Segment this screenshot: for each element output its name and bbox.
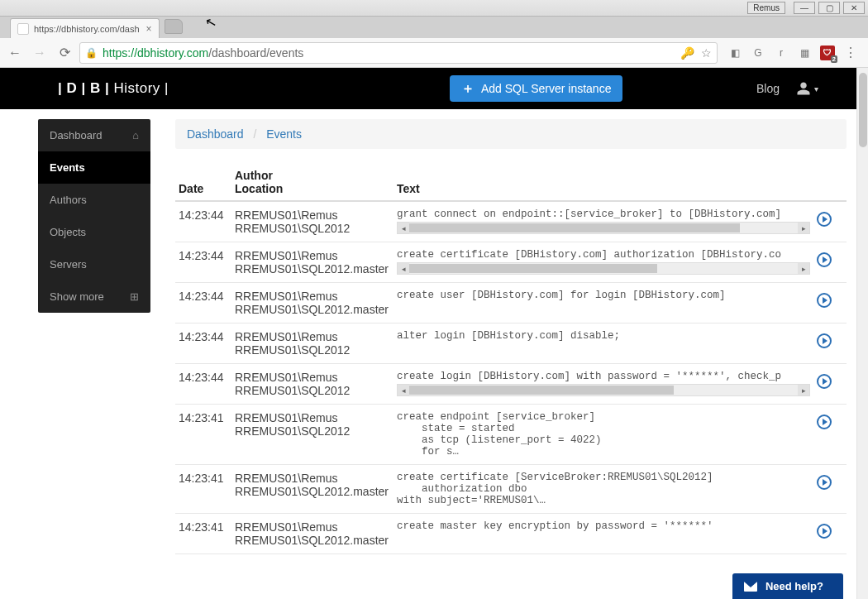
sidebar-item-servers[interactable]: Servers <box>38 248 150 280</box>
author-line: RREMUS01\Remus <box>235 330 390 343</box>
page-scrollbar-thumb[interactable] <box>859 73 867 147</box>
location-line: RREMUS01\SQL2012.master <box>235 262 390 276</box>
sidebar-item-dashboard[interactable]: Dashboard ⌂ <box>38 119 150 151</box>
scroll-right-arrow[interactable]: ▸ <box>798 263 809 274</box>
scroll-thumb[interactable] <box>409 223 740 232</box>
cell-author-location: RREMUS01\RemusRREMUS01\SQL2012.master <box>231 465 393 514</box>
sql-text: create login [DBHistory.com] with passwo… <box>397 371 810 382</box>
plus-square-icon: ⊞ <box>130 290 139 303</box>
cell-date: 14:23:44 <box>175 323 231 364</box>
play-button[interactable] <box>817 293 832 308</box>
sql-text: grant connect on endpoint::[service_brok… <box>397 208 810 220</box>
sidebar-item-authors[interactable]: Authors <box>38 184 150 216</box>
sidebar-item-label: Objects <box>50 226 86 238</box>
add-sql-instance-button[interactable]: ＋ Add SQL Server instance <box>450 75 622 102</box>
horizontal-scrollbar[interactable]: ◂▸ <box>397 262 810 275</box>
sidebar-item-label: Dashboard <box>50 129 103 141</box>
location-line: RREMUS01\SQL2012 <box>235 424 390 438</box>
location-line: RREMUS01\SQL2012 <box>235 343 390 357</box>
horizontal-scrollbar[interactable]: ◂▸ <box>397 384 810 396</box>
sidebar-item-objects[interactable]: Objects <box>38 216 150 248</box>
play-button[interactable] <box>817 374 832 389</box>
sidebar: Dashboard ⌂ Events Authors Objects Serve… <box>38 119 150 313</box>
scroll-left-arrow[interactable]: ◂ <box>398 385 409 395</box>
cell-date: 14:23:44 <box>175 242 231 283</box>
table-row: 14:23:41RREMUS01\RemusRREMUS01\SQL2012.m… <box>175 514 847 554</box>
col-header-actions <box>813 164 847 201</box>
extension-icon-box[interactable]: ▦ <box>797 46 812 60</box>
page-viewport: | D | B | History | ＋ Add SQL Server ins… <box>0 68 868 599</box>
window-minimize-button[interactable]: — <box>794 2 815 14</box>
browser-tabstrip: https://dbhistory.com/dash × ↖ <box>0 17 868 38</box>
user-icon <box>796 81 811 96</box>
chrome-menu-icon[interactable]: ⋮ <box>843 46 858 60</box>
breadcrumb-current-link[interactable]: Events <box>266 127 302 141</box>
play-button[interactable] <box>817 252 832 267</box>
extension-icon-1[interactable]: ◧ <box>727 46 742 60</box>
author-line: RREMUS01\Remus <box>235 371 390 384</box>
table-row: 14:23:44RREMUS01\RemusRREMUS01\SQL2012gr… <box>175 201 847 242</box>
cell-text: create endpoint [service_broker] state =… <box>393 405 813 465</box>
scroll-right-arrow[interactable]: ▸ <box>798 223 809 233</box>
brand-bold: | D | B | <box>58 80 109 96</box>
window-close-button[interactable]: ✕ <box>843 2 865 14</box>
window-user-label: Remus <box>747 2 785 14</box>
new-tab-button[interactable] <box>165 19 183 34</box>
cell-action <box>813 405 847 465</box>
cell-text: alter login [DBHistory.com] disable; <box>393 323 813 364</box>
site-permissions-icon[interactable]: 🔑 <box>680 46 694 60</box>
location-line: RREMUS01\SQL2012.master <box>235 534 390 547</box>
scroll-right-arrow[interactable]: ▸ <box>798 385 809 395</box>
col-header-date: Date <box>175 164 231 201</box>
scroll-thumb[interactable] <box>409 264 657 273</box>
forward-button[interactable]: → <box>30 43 50 63</box>
play-button[interactable] <box>817 475 832 490</box>
cell-text: grant connect on endpoint::[service_brok… <box>393 201 813 242</box>
play-button[interactable] <box>817 212 832 227</box>
play-button[interactable] <box>817 415 832 429</box>
extension-icon-r[interactable]: r <box>774 46 789 60</box>
browser-tab-active[interactable]: https://dbhistory.com/dash × <box>10 18 160 38</box>
sidebar-item-events[interactable]: Events <box>38 151 150 184</box>
sidebar-item-label: Servers <box>50 258 87 271</box>
brand-logo[interactable]: | D | B | History | <box>58 80 169 97</box>
play-button[interactable] <box>817 333 832 348</box>
sql-text: create certificate [DBHistory.com] autho… <box>397 249 810 261</box>
sql-text: alter login [DBHistory.com] disable; <box>397 330 810 342</box>
breadcrumb-root-link[interactable]: Dashboard <box>187 127 244 141</box>
need-help-widget[interactable]: Need help? <box>732 573 843 599</box>
need-help-label: Need help? <box>765 580 823 592</box>
sidebar-item-show-more[interactable]: Show more ⊞ <box>38 280 150 313</box>
cell-action <box>813 514 847 554</box>
table-row: 14:23:44RREMUS01\RemusRREMUS01\SQL2012.m… <box>175 283 847 323</box>
reload-button[interactable]: ⟳ <box>55 43 74 63</box>
scroll-left-arrow[interactable]: ◂ <box>398 223 409 233</box>
play-button[interactable] <box>817 524 832 539</box>
cell-action <box>813 364 847 405</box>
add-button-label: Add SQL Server instance <box>481 82 611 95</box>
back-button[interactable]: ← <box>5 43 25 63</box>
cell-date: 14:23:41 <box>175 405 231 465</box>
window-maximize-button[interactable]: ▢ <box>818 2 840 14</box>
table-row: 14:23:44RREMUS01\RemusRREMUS01\SQL2012al… <box>175 323 847 364</box>
cell-action <box>813 465 847 514</box>
blog-link[interactable]: Blog <box>756 82 780 95</box>
ublock-icon[interactable]: 🛡 <box>820 46 835 60</box>
scroll-left-arrow[interactable]: ◂ <box>398 263 409 274</box>
tab-close-icon[interactable]: × <box>140 23 152 35</box>
tab-title: https://dbhistory.com/dash <box>34 24 140 34</box>
location-line: RREMUS01\SQL2012 <box>235 384 390 397</box>
sql-text: create endpoint [service_broker] state =… <box>397 411 810 458</box>
extension-icon-g[interactable]: G <box>751 46 765 60</box>
address-bar[interactable]: 🔒 https://dbhistory.com/dashboard/events… <box>79 42 718 64</box>
horizontal-scrollbar[interactable]: ◂▸ <box>397 222 810 234</box>
cell-date: 14:23:41 <box>175 465 231 514</box>
cell-author-location: RREMUS01\RemusRREMUS01\SQL2012 <box>231 405 393 465</box>
sql-text: create user [DBHistory.com] for login [D… <box>397 290 810 301</box>
user-menu[interactable]: ▾ <box>796 81 818 96</box>
scroll-thumb[interactable] <box>409 386 674 395</box>
col-header-author-location: Author Location <box>231 164 393 201</box>
bookmark-star-icon[interactable]: ☆ <box>701 46 712 60</box>
cell-text: create login [DBHistory.com] with passwo… <box>393 364 813 405</box>
page-scrollbar[interactable] <box>856 68 868 599</box>
